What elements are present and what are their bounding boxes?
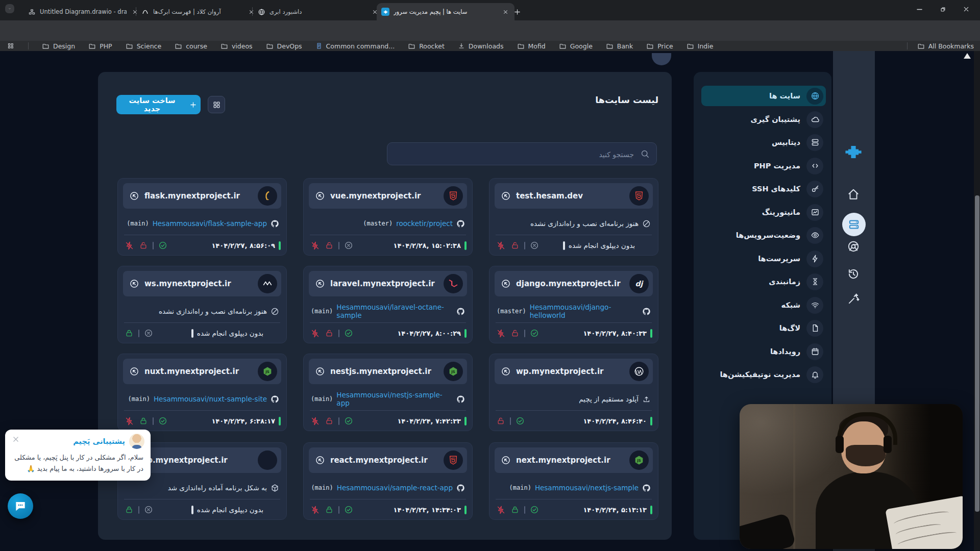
- site-domain[interactable]: ws.mynextproject.ir: [144, 279, 231, 288]
- sidebar-item-cloud[interactable]: پشتیبان گیری: [701, 109, 826, 130]
- ssl-bolt-off-icon[interactable]: [310, 505, 320, 515]
- repo-link[interactable]: Hesammousavi/nuxt-sample-site: [154, 395, 267, 403]
- rail-magic-wand-icon[interactable]: [847, 292, 860, 306]
- site-domain[interactable]: django.mynextproject.ir: [516, 279, 621, 288]
- sidebar-item-eye[interactable]: وضعیت‌سرویس‌ها: [701, 225, 826, 245]
- site-card-wp.mynextproject.ir[interactable]: wp.mynextproject.irآپلود مستقیم از پچیم۱…: [489, 354, 658, 431]
- site-card-header[interactable]: ws.mynextproject.ir: [123, 271, 281, 296]
- bookmark-item[interactable]: videos: [220, 42, 253, 50]
- open-site-link-icon[interactable]: [315, 366, 325, 377]
- lock-red-icon[interactable]: [510, 329, 520, 338]
- lock-green-icon[interactable]: [325, 505, 334, 514]
- sidebar-item-globe[interactable]: سایت ها: [701, 86, 826, 106]
- ssl-bolt-off-icon[interactable]: [496, 329, 506, 338]
- rail-servers-icon-active[interactable]: [842, 213, 866, 236]
- lock-red-icon[interactable]: [510, 241, 520, 250]
- repo-link[interactable]: Hesammousavi/nestjs-sample-app: [336, 391, 453, 407]
- lock-red-icon[interactable]: [325, 241, 334, 250]
- apps-grid-icon[interactable]: [7, 42, 15, 50]
- github-icon[interactable]: [456, 219, 465, 228]
- site-card-test.hesam.dev[interactable]: test.hesam.devهنوز برنامه‌ای نصب و راه‌ا…: [489, 178, 658, 256]
- sidebar-item-chart[interactable]: مانیتورینگ: [701, 202, 826, 222]
- repo-link[interactable]: Hesammousavi/django-helloworld: [530, 303, 639, 319]
- repo-link[interactable]: roocketir/project: [396, 219, 453, 228]
- lock-red-icon[interactable]: [325, 329, 334, 338]
- bookmark-item[interactable]: Mofid: [517, 42, 546, 50]
- bookmark-item[interactable]: Downloads: [458, 42, 504, 50]
- browser-tab-2[interactable]: داشبورد ابری: [253, 3, 384, 20]
- site-card-header[interactable]: vue.mynextproject.ir: [309, 183, 467, 209]
- github-icon[interactable]: [271, 395, 279, 404]
- site-card-django.mynextproject.ir[interactable]: django.mynextproject.irdj(master)Hesammo…: [489, 266, 658, 343]
- rail-history-icon[interactable]: [847, 267, 860, 281]
- lock-red-icon[interactable]: [496, 416, 505, 425]
- chat-close-icon[interactable]: [11, 435, 20, 444]
- site-card-nestjs.mynextproject.ir[interactable]: nestjs.mynextproject.irJS(main)Hesammous…: [303, 354, 473, 431]
- open-site-link-icon[interactable]: [315, 455, 325, 465]
- lock-green-icon[interactable]: [510, 505, 520, 514]
- site-card-flask.mynextproject.ir[interactable]: flask.mynextproject.ir(main)Hesammousavi…: [117, 178, 287, 256]
- repo-link[interactable]: Hesammousavi/flask-sample-app: [153, 219, 267, 228]
- sidebar-item-file[interactable]: لاگ‌ها: [701, 318, 826, 338]
- sidebar-item-code[interactable]: مدیریت PHP: [701, 156, 826, 176]
- bookmark-item[interactable]: Bank: [606, 42, 633, 50]
- site-card-react.mynextproject.ir[interactable]: react.mynextproject.ir(main)Hesammousavi…: [303, 442, 473, 520]
- repo-link[interactable]: Hesammousavi/nextjs-sample: [535, 484, 639, 492]
- scroll-up-arrow-icon[interactable]: [964, 53, 971, 59]
- create-site-button[interactable]: ساخت سایت جدید: [116, 95, 201, 114]
- lock-green-icon[interactable]: [125, 505, 134, 514]
- sidebar-item-database[interactable]: دیتابیس: [701, 132, 826, 153]
- sidebar-item-bolt[interactable]: سرپرست‌ها: [701, 248, 826, 269]
- ssl-bolt-off-icon[interactable]: [125, 416, 134, 426]
- repo-link[interactable]: Hesammousavi/laravel-octane-sample: [336, 303, 453, 319]
- tab-search-button[interactable]: [5, 4, 14, 13]
- lock-red-icon[interactable]: [139, 241, 148, 250]
- open-site-link-icon[interactable]: [129, 279, 139, 289]
- site-card-vue.mynextproject.ir[interactable]: vue.mynextproject.ir(master)roocketir/pr…: [303, 178, 473, 256]
- lock-green-icon[interactable]: [139, 416, 148, 425]
- site-domain[interactable]: lb.mynextproject.ir: [144, 456, 228, 465]
- open-site-link-icon[interactable]: [501, 279, 511, 289]
- github-icon[interactable]: [271, 219, 279, 228]
- ssl-bolt-off-icon[interactable]: [310, 416, 320, 426]
- site-domain[interactable]: laravel.mynextproject.ir: [330, 279, 435, 288]
- rail-home-icon[interactable]: [847, 188, 860, 201]
- site-card-header[interactable]: flask.mynextproject.ir: [123, 183, 281, 209]
- sidebar-item-calendar[interactable]: رویدادها: [701, 341, 826, 362]
- site-domain[interactable]: next.mynextproject.ir: [516, 456, 610, 465]
- site-domain[interactable]: vue.mynextproject.ir: [330, 191, 421, 201]
- ssl-bolt-off-icon[interactable]: [125, 241, 134, 251]
- github-icon[interactable]: [456, 395, 465, 404]
- browser-tab-1[interactable]: آروان کلاد | فهرست ابرک‌ها: [137, 3, 260, 20]
- ssl-bolt-off-icon[interactable]: [496, 241, 506, 251]
- site-card-header[interactable]: nuxt.mynextproject.irJS: [123, 359, 281, 384]
- open-site-link-icon[interactable]: [501, 366, 511, 377]
- site-domain[interactable]: react.mynextproject.ir: [330, 456, 428, 465]
- bookmark-item[interactable]: PHP: [88, 42, 112, 50]
- ssl-bolt-off-icon[interactable]: [496, 505, 506, 515]
- all-bookmarks-button[interactable]: All Bookmarks: [907, 41, 974, 51]
- bookmark-item[interactable]: Indie: [687, 42, 714, 50]
- github-icon[interactable]: [642, 484, 651, 492]
- open-site-link-icon[interactable]: [129, 191, 139, 201]
- bookmark-item[interactable]: DevOps: [266, 42, 302, 50]
- window-close-button[interactable]: [954, 0, 978, 18]
- open-site-link-icon[interactable]: [501, 191, 511, 201]
- site-card-header[interactable]: next.mynextproject.irJS: [495, 447, 653, 473]
- site-card-nuxt.mynextproject.ir[interactable]: nuxt.mynextproject.irJS(main)Hesammousav…: [117, 354, 287, 431]
- bookmark-item[interactable]: Google: [559, 42, 593, 50]
- sidebar-item-bell[interactable]: مدیریت نوتیفیکیشن‌ها: [701, 364, 826, 385]
- page-scrollbar[interactable]: [974, 51, 980, 551]
- github-icon[interactable]: [456, 307, 465, 316]
- lock-red-icon[interactable]: [325, 416, 334, 425]
- site-card-header[interactable]: react.mynextproject.ir: [309, 447, 467, 473]
- bookmark-item[interactable]: course: [175, 42, 207, 50]
- bookmark-item[interactable]: Roocket: [408, 42, 445, 50]
- open-site-link-icon[interactable]: [315, 279, 325, 289]
- repo-link[interactable]: Hesammousavi/sample-react-app: [337, 484, 453, 492]
- site-card-header[interactable]: test.hesam.dev: [495, 183, 653, 209]
- site-card-header[interactable]: wp.mynextproject.ir: [495, 359, 653, 384]
- site-card-header[interactable]: nestjs.mynextproject.irJS: [309, 359, 467, 384]
- site-domain[interactable]: test.hesam.dev: [516, 191, 583, 201]
- github-icon[interactable]: [456, 484, 465, 492]
